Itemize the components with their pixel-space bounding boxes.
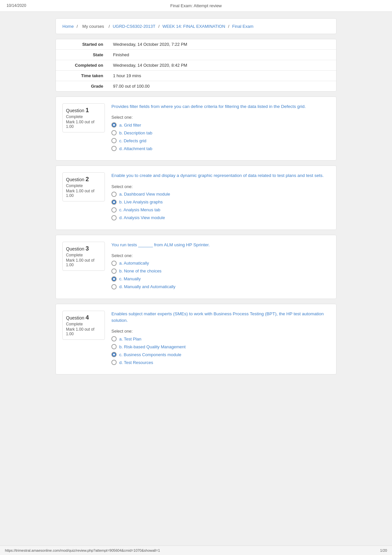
question-1-section: Question 1 Complete Mark 1.00 out of1.00… [56,96,336,161]
question-3-radio-0[interactable] [111,261,117,266]
question-2-radio-1[interactable] [111,199,117,205]
breadcrumb-sep2: / [108,24,110,29]
question-3-select-label: Select one: [111,253,330,258]
question-3-sidebar: Question 3 Complete Mark 1.00 out of1.00 [62,242,105,271]
question-1-text: Provides filter fields from where you ca… [111,103,330,110]
question-4-number: Question 4 [66,314,101,321]
question-4-option-3[interactable]: d. Test Resources [111,360,330,365]
question-4-option-2[interactable]: c. Business Components module [111,352,330,357]
question-2-mark: Mark 1.00 out of1.00 [66,189,101,198]
page-date: 10/14/2020 [7,3,26,8]
question-2-radio-3[interactable] [111,215,117,220]
question-1-radio-1[interactable] [111,130,117,135]
question-4-option-text-0: a. Test Plan [119,337,141,341]
completed-on-value: Wednesday, 14 October 2020, 8:42 PM [108,60,336,71]
question-2-option-3[interactable]: d. Analysis View module [111,215,330,220]
info-row-grade: Grade 97.00 out of 100.00 [56,81,336,92]
question-1-radio-3[interactable] [111,146,117,151]
question-2-radio-0[interactable] [111,192,117,197]
question-1-options: a. Grid filterb. Description tabc. Defec… [111,122,330,151]
info-section: Started on Wednesday, 14 October 2020, 7… [56,39,336,92]
question-2-section: Question 2 Complete Mark 1.00 out of1.00… [56,165,336,230]
question-2-number: Question 2 [66,176,101,183]
question-4-option-text-2: c. Business Components module [119,352,181,357]
question-3-radio-3[interactable] [111,284,117,289]
top-bar: 10/14/2020 Final Exam: Attempt review [0,0,392,12]
main-container: Home / My courses / UGRD-CS6302-2013T / … [49,18,343,374]
time-taken-label: Time taken [56,71,108,81]
question-4-section: Question 4 Complete Mark 1.00 out of1.00… [56,304,336,375]
question-4-radio-1[interactable] [111,344,117,349]
question-3-mark: Mark 1.00 out of1.00 [66,258,101,267]
question-4-option-0[interactable]: a. Test Plan [111,336,330,341]
question-4-mark: Mark 1.00 out of1.00 [66,327,101,336]
question-4-text: Enables subject matter experts (SMEs) to… [111,311,330,324]
question-2-option-0[interactable]: a. Dashboard View module [111,192,330,197]
question-3-text: You run tests ______ from ALM using HP S… [111,242,330,248]
state-label: State [56,50,108,60]
question-2-body: Enable you to create and display a dynam… [111,172,330,223]
question-3-number: Question 3 [66,245,101,252]
question-1-status: Complete [66,114,101,119]
question-4-body: Enables subject matter experts (SMEs) to… [111,311,330,368]
question-4-select-label: Select one: [111,329,330,334]
question-1-option-text-0: a. Grid filter [119,123,141,128]
question-4-radio-0[interactable] [111,336,117,341]
question-1-option-text-1: b. Description tab [119,130,152,135]
breadcrumb-section: Home / My courses / UGRD-CS6302-2013T / … [56,18,336,34]
question-3-option-3[interactable]: d. Manually and Automatically [111,284,330,289]
question-1-option-text-3: d. Attachment tab [119,146,152,151]
question-1-option-1[interactable]: b. Description tab [111,130,330,135]
question-1-option-text-2: c. Defects grid [119,138,146,143]
question-2-option-text-1: b. Live Analysis graphs [119,199,163,204]
question-3-option-text-3: d. Manually and Automatically [119,284,175,289]
question-2-option-text-0: a. Dashboard View module [119,192,170,197]
question-2-options: a. Dashboard View moduleb. Live Analysis… [111,192,330,220]
question-1-option-0[interactable]: a. Grid filter [111,122,330,128]
completed-on-label: Completed on [56,60,108,71]
question-2-sidebar: Question 2 Complete Mark 1.00 out of1.00 [62,172,105,201]
questions-container: Question 1 Complete Mark 1.00 out of1.00… [56,96,336,374]
question-3-option-text-2: c. Manually [119,276,141,281]
question-4-option-1[interactable]: b. Risk-based Quality Management [111,344,330,349]
question-3-option-text-1: b. None of the choices [119,269,161,273]
question-3-radio-2[interactable] [111,276,117,282]
time-taken-value: 1 hour 19 mins [108,71,336,81]
breadcrumb-exam[interactable]: Final Exam [232,24,253,29]
breadcrumb-course[interactable]: UGRD-CS6302-2013T [113,24,155,29]
breadcrumb-sep1: / [77,24,78,29]
breadcrumb-home[interactable]: Home [62,24,74,29]
question-4-option-text-3: d. Test Resources [119,360,153,365]
question-3-radio-1[interactable] [111,269,117,274]
question-2-radio-2[interactable] [111,207,117,213]
question-3-option-0[interactable]: a. Automatically [111,261,330,266]
question-1-body: Provides filter fields from where you ca… [111,103,330,154]
question-1-radio-0[interactable] [111,122,117,128]
question-3-options: a. Automaticallyb. None of the choicesc.… [111,261,330,289]
breadcrumb-sep3: / [158,24,160,29]
question-2-option-2[interactable]: c. Analysis Menus tab [111,207,330,213]
question-2-option-text-2: c. Analysis Menus tab [119,207,160,212]
question-4-options: a. Test Planb. Risk-based Quality Manage… [111,336,330,365]
question-2-select-label: Select one: [111,184,330,189]
question-2-option-1[interactable]: b. Live Analysis graphs [111,199,330,205]
question-4-status: Complete [66,322,101,326]
question-4-radio-3[interactable] [111,360,117,365]
question-3-body: You run tests ______ from ALM using HP S… [111,242,330,292]
question-4-sidebar: Question 4 Complete Mark 1.00 out of1.00 [62,311,105,340]
info-row-completed: Completed on Wednesday, 14 October 2020,… [56,60,336,71]
question-2-option-text-3: d. Analysis View module [119,215,165,220]
started-on-value: Wednesday, 14 October 2020, 7:22 PM [108,39,336,50]
breadcrumb-week[interactable]: WEEK 14: FINAL EXAMINATION [162,24,225,29]
question-3-option-1[interactable]: b. None of the choices [111,269,330,274]
question-3-status: Complete [66,253,101,257]
question-1-option-2[interactable]: c. Defects grid [111,138,330,143]
question-1-number: Question 1 [66,107,101,114]
question-2-text: Enable you to create and display a dynam… [111,172,330,179]
breadcrumb-mycourses: My courses [82,24,104,29]
breadcrumb: Home / My courses / UGRD-CS6302-2013T / … [62,24,330,29]
question-3-option-2[interactable]: c. Manually [111,276,330,282]
question-4-radio-2[interactable] [111,352,117,357]
question-1-option-3[interactable]: d. Attachment tab [111,146,330,151]
question-1-radio-2[interactable] [111,138,117,143]
